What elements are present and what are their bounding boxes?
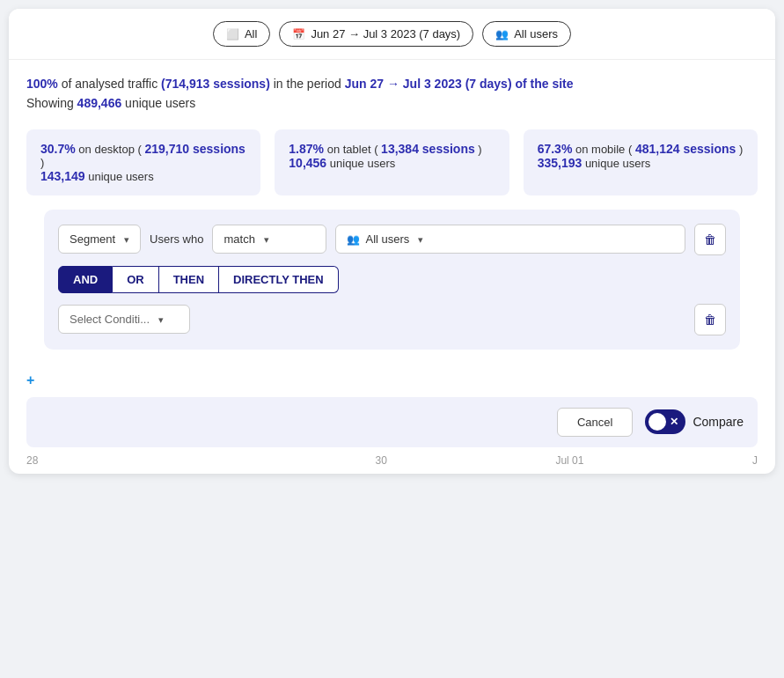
- trash-icon: 🗑: [704, 232, 716, 247]
- unique-users-count: 489,466: [77, 96, 122, 110]
- period-range: Jun 27 → Jul 3 2023 (7 days) of the site: [345, 77, 574, 91]
- unique-users-line: Showing 489,466 unique users: [26, 93, 758, 113]
- tablet-pct-line: 1.87% on tablet ( 13,384 sessions ): [289, 142, 495, 156]
- toolbar: ⬜ All 📅 Jun 27 → Jul 3 2023 (7 days) 👥 A…: [9, 9, 775, 60]
- select-condition-dropdown[interactable]: Select Conditi...: [58, 305, 190, 334]
- segment-select-label: Segment: [70, 232, 115, 246]
- match-chevron-icon: [260, 232, 269, 246]
- date-filter-button[interactable]: 📅 Jun 27 → Jul 3 2023 (7 days): [279, 21, 473, 47]
- stats-cards: 30.7% on desktop ( 219,710 sessions ) 14…: [9, 121, 775, 210]
- segment-area: Segment Users who match 👥 All users 🗑: [44, 210, 740, 350]
- monitor-icon: ⬜: [226, 28, 239, 41]
- calendar-icon: 📅: [292, 28, 305, 41]
- tablet-pct: 1.87%: [289, 142, 324, 156]
- condition-chevron-icon: [155, 313, 164, 326]
- segment-chevron-icon: [121, 232, 129, 246]
- desktop-unique-count: 143,149: [40, 169, 85, 183]
- mobile-unique-label: unique users: [585, 157, 650, 170]
- segment-delete-button[interactable]: 🗑: [694, 224, 726, 255]
- users-icon: 👥: [495, 28, 509, 41]
- all-filter-label: All: [245, 27, 257, 41]
- showing-text: Showing: [26, 96, 74, 110]
- tablet-unique: 10,456 unique users: [289, 156, 495, 170]
- compare-label: Compare: [692, 415, 744, 429]
- all-users-value: All users: [365, 232, 409, 246]
- select-condition-label: Select Conditi...: [70, 313, 150, 326]
- desktop-desc: on desktop (: [78, 143, 144, 156]
- chart-axis: 28 30 Jul 01 J: [9, 447, 775, 474]
- sessions-count: (714,913 sessions): [161, 77, 270, 91]
- mobile-unique-count: 335,193: [538, 156, 583, 170]
- main-container: ⬜ All 📅 Jun 27 → Jul 3 2023 (7 days) 👥 A…: [9, 9, 775, 474]
- mobile-card: 67.3% on mobile ( 481,124 sessions ) 335…: [524, 129, 758, 195]
- all-users-select[interactable]: 👥 All users: [335, 225, 685, 254]
- condition-delete-button[interactable]: 🗑: [694, 304, 726, 335]
- date-filter-label: Jun 27 → Jul 3 2023 (7 days): [311, 27, 460, 41]
- all-filter-button[interactable]: ⬜ All: [213, 21, 270, 47]
- users-filter-label: All users: [514, 27, 558, 41]
- segment-select[interactable]: Segment: [58, 225, 141, 254]
- mobile-desc: on mobile (: [575, 143, 635, 156]
- condition-trash-icon: 🗑: [704, 313, 716, 327]
- analyzed-text: of analysed traffic: [62, 77, 158, 91]
- mobile-pct-line: 67.3% on mobile ( 481,124 sessions ): [538, 142, 744, 156]
- compare-toggle-wrap: ✕ Compare: [645, 409, 744, 434]
- segment-row: Segment Users who match 👥 All users 🗑: [58, 224, 726, 255]
- mobile-sessions: 481,124 sessions: [635, 142, 736, 156]
- toggle-x-icon: ✕: [670, 416, 678, 428]
- traffic-percent: 100%: [26, 77, 58, 91]
- desktop-pct-line: 30.7% on desktop ( 219,710 sessions ): [40, 142, 246, 169]
- users-icon-small: 👥: [347, 233, 360, 246]
- match-select[interactable]: match: [212, 225, 326, 254]
- toggle-circle: [648, 413, 666, 431]
- mobile-pct: 67.3%: [538, 142, 573, 156]
- cancel-button[interactable]: Cancel: [557, 408, 633, 437]
- and-button[interactable]: AND: [58, 266, 113, 293]
- desktop-unique: 143,149 unique users: [40, 169, 246, 183]
- stats-intro-line: 100% of analysed traffic (714,913 sessio…: [26, 74, 758, 93]
- all-users-chevron-icon: [414, 232, 423, 246]
- axis-30: 30: [375, 454, 386, 467]
- tablet-unique-label: unique users: [330, 157, 395, 170]
- tablet-card: 1.87% on tablet ( 13,384 sessions ) 10,4…: [275, 129, 509, 195]
- desktop-sessions: 219,710 sessions: [144, 142, 245, 156]
- mobile-unique: 335,193 unique users: [538, 156, 744, 170]
- axis-28: 28: [26, 454, 38, 467]
- stats-header: 100% of analysed traffic (714,913 sessio…: [9, 60, 775, 121]
- desktop-unique-label: unique users: [88, 170, 153, 183]
- tablet-desc: on tablet (: [327, 143, 381, 156]
- desktop-pct: 30.7%: [40, 142, 76, 156]
- axis-jul01: Jul 01: [555, 454, 583, 467]
- or-button[interactable]: OR: [113, 266, 159, 293]
- add-condition-button[interactable]: +: [26, 372, 34, 387]
- tablet-sessions: 13,384 sessions: [381, 142, 475, 156]
- in-period-text: in the period: [274, 77, 345, 91]
- then-button[interactable]: THEN: [159, 266, 219, 293]
- desktop-card: 30.7% on desktop ( 219,710 sessions ) 14…: [26, 129, 260, 195]
- axis-j: J: [752, 454, 758, 467]
- compare-toggle[interactable]: ✕: [645, 409, 685, 434]
- match-value: match: [223, 232, 254, 246]
- users-who-label: Users who: [150, 232, 203, 246]
- directly-then-button[interactable]: DIRECTLY THEN: [219, 266, 339, 293]
- condition-buttons: AND OR THEN DIRECTLY THEN: [58, 266, 726, 293]
- tablet-unique-count: 10,456: [289, 156, 326, 170]
- unique-users-label: unique users: [125, 96, 195, 110]
- condition-row: Select Conditi... 🗑: [58, 304, 726, 335]
- users-filter-button[interactable]: 👥 All users: [482, 21, 571, 47]
